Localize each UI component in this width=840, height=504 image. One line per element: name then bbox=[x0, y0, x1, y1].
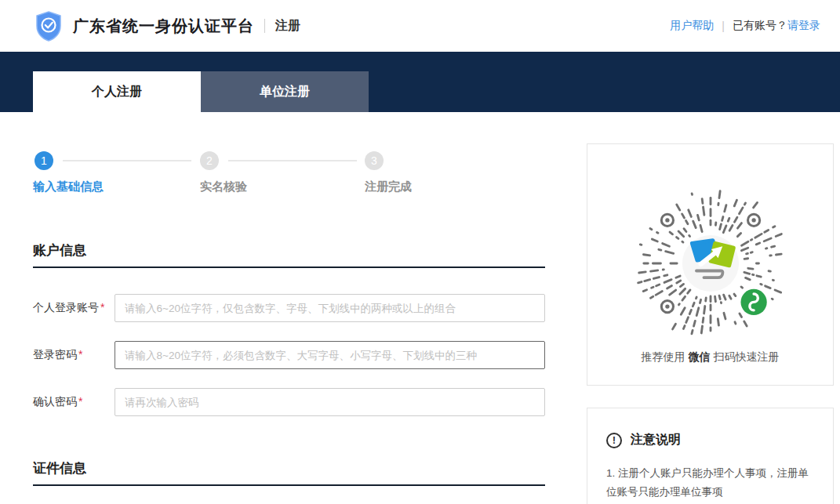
section-title-credential-info: 证件信息 bbox=[33, 459, 545, 486]
side-panel-column: 推荐使用微信扫码快速注册 ! 注意说明 1. 注册个人账户只能办理个人事项，注册… bbox=[587, 112, 834, 504]
step-2-label: 实名核验 bbox=[200, 179, 247, 194]
step-connector-1 bbox=[63, 160, 191, 161]
required-asterisk: * bbox=[78, 395, 82, 408]
section-title-account-info: 账户信息 bbox=[33, 241, 545, 268]
has-account-text: 已有账号？ bbox=[733, 19, 787, 33]
form-row-password: 登录密码* bbox=[33, 341, 545, 369]
header-links: 用户帮助 | 已有账号？ 请登录 bbox=[670, 19, 820, 33]
login-link[interactable]: 请登录 bbox=[787, 19, 820, 33]
tab-personal-register[interactable]: 个人注册 bbox=[33, 71, 201, 112]
header-link-separator: | bbox=[722, 20, 725, 32]
page-title: 广东省统一身份认证平台 bbox=[73, 16, 254, 37]
step-indicator: 1 2 3 输入基础信息 实名核验 注册完成 bbox=[33, 151, 402, 197]
brand: 广东省统一身份认证平台 注册 bbox=[35, 10, 300, 42]
step-1-circle: 1 bbox=[35, 151, 53, 170]
header: 广东省统一身份认证平台 注册 用户帮助 | 已有账号？ 请登录 bbox=[0, 0, 840, 52]
password-label: 登录密码* bbox=[33, 348, 115, 362]
step-1-label: 输入基础信息 bbox=[33, 179, 104, 194]
tab-organization-register[interactable]: 单位注册 bbox=[201, 71, 369, 112]
login-account-label: 个人登录账号* bbox=[33, 301, 115, 315]
tab-band: 个人注册 单位注册 bbox=[0, 52, 840, 112]
page-subtitle: 注册 bbox=[275, 18, 300, 34]
wechat-miniprogram-qr-code bbox=[636, 189, 785, 338]
qr-panel: 推荐使用微信扫码快速注册 bbox=[587, 143, 834, 386]
step-2-circle: 2 bbox=[200, 151, 219, 170]
title-divider bbox=[264, 19, 265, 33]
required-asterisk: * bbox=[78, 348, 82, 361]
wechat-icon bbox=[740, 289, 766, 315]
step-3-label: 注册完成 bbox=[365, 179, 412, 194]
step-3-circle: 3 bbox=[365, 151, 384, 170]
form-row-confirm-password: 确认密码* bbox=[33, 388, 545, 416]
required-asterisk: * bbox=[100, 301, 104, 314]
notice-panel: ! 注意说明 1. 注册个人账户只能办理个人事项，注册单位账号只能办理单位事项 bbox=[587, 408, 834, 504]
notice-title: 注意说明 bbox=[631, 432, 681, 448]
notice-item: 1. 注册个人账户只能办理个人事项，注册单位账号只能办理单位事项 bbox=[606, 464, 814, 502]
notice-header: ! 注意说明 bbox=[606, 432, 814, 448]
registration-form-column: 1 2 3 输入基础信息 实名核验 注册完成 账户信息 个人登录账号* 登录密码… bbox=[33, 112, 545, 504]
main-content: 1 2 3 输入基础信息 实名核验 注册完成 账户信息 个人登录账号* 登录密码… bbox=[0, 112, 840, 504]
password-input[interactable] bbox=[115, 341, 545, 369]
step-connector-2 bbox=[228, 160, 357, 161]
exclamation-circle-icon: ! bbox=[606, 433, 622, 448]
confirm-password-input[interactable] bbox=[115, 388, 545, 416]
login-account-input[interactable] bbox=[115, 294, 545, 322]
confirm-password-label: 确认密码* bbox=[33, 395, 115, 409]
user-help-link[interactable]: 用户帮助 bbox=[670, 19, 714, 33]
qr-caption: 推荐使用微信扫码快速注册 bbox=[587, 350, 833, 364]
form-row-login-account: 个人登录账号* bbox=[33, 294, 545, 322]
shield-check-logo-icon bbox=[35, 10, 63, 42]
